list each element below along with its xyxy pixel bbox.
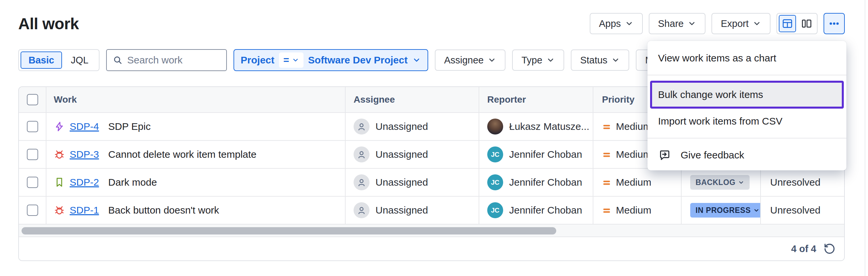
menu-divider: [647, 75, 846, 75]
unassigned-avatar: [353, 146, 370, 162]
reporter-name: Jennifer Choban: [509, 149, 582, 160]
search-input[interactable]: [127, 54, 210, 66]
work-item-key-link[interactable]: SDP-4: [70, 121, 99, 132]
work-header-label: Work: [54, 94, 77, 105]
apps-button[interactable]: Apps: [590, 13, 643, 34]
person-icon: [356, 121, 367, 132]
epic-icon: [54, 121, 65, 132]
status-cell: BACKLOG: [682, 169, 761, 196]
project-filter-operator[interactable]: =: [279, 53, 304, 68]
operator-label: =: [283, 54, 289, 66]
work-cell: SDP-2 Dark mode: [46, 169, 346, 196]
work-item-summary: Back button doesn't work: [108, 204, 219, 216]
work-type-icon: [54, 177, 65, 188]
right-edge-divider: [865, 0, 865, 276]
feedback-bubble-icon: [658, 148, 671, 162]
refresh-icon[interactable]: [824, 243, 836, 255]
row-checkbox[interactable]: [27, 149, 38, 160]
priority-cell: Medium: [593, 169, 682, 196]
row-checkbox[interactable]: [27, 177, 38, 188]
status-badge-label: BACKLOG: [695, 178, 735, 187]
chevron-down-icon: [611, 56, 620, 64]
resolution-cell: Unresolved: [761, 197, 844, 224]
person-icon: [356, 177, 367, 187]
reporter-cell: JC Jennifer Choban: [479, 169, 593, 196]
work-column-header[interactable]: Work: [46, 87, 346, 112]
row-checkbox[interactable]: [27, 121, 38, 132]
resolution-label: Unresolved: [770, 177, 820, 188]
chevron-down-icon: [738, 180, 744, 186]
horizontal-scrollbar-track: [19, 224, 844, 237]
export-button[interactable]: Export: [711, 13, 771, 34]
bug-icon: [54, 149, 65, 160]
type-filter-label: Type: [521, 55, 542, 66]
menu-item-import-csv[interactable]: Import work items from CSV: [647, 110, 846, 133]
assignee-name: Unassigned: [375, 149, 428, 160]
work-item-key-link[interactable]: SDP-2: [70, 177, 99, 188]
status-filter-label: Status: [580, 55, 607, 66]
reporter-column-header[interactable]: Reporter: [479, 87, 593, 112]
chevron-down-icon: [292, 56, 299, 64]
row-select-cell: [19, 141, 46, 168]
row-select-cell: [19, 169, 46, 196]
share-button[interactable]: Share: [649, 13, 706, 34]
chevron-down-icon: [752, 19, 761, 28]
horizontal-scrollbar-thumb[interactable]: [22, 227, 556, 234]
work-item-key-link[interactable]: SDP-3: [70, 149, 99, 160]
assignee-cell: Unassigned: [346, 113, 479, 140]
table-footer: 4 of 4: [19, 237, 844, 260]
row-checkbox[interactable]: [27, 204, 38, 216]
type-filter-button[interactable]: Type: [512, 50, 564, 71]
work-cell: SDP-4 SDP Epic: [46, 113, 346, 140]
search-icon: [113, 55, 123, 65]
export-button-label: Export: [721, 18, 749, 29]
work-type-icon: [54, 149, 65, 160]
basic-mode-button[interactable]: Basic: [21, 52, 62, 69]
reporter-cell: JC Jennifer Choban: [479, 141, 593, 168]
story-icon: [54, 177, 65, 188]
work-item-key-link[interactable]: SDP-1: [70, 204, 99, 216]
work-type-icon: [54, 204, 65, 216]
give-feedback-label: Give feedback: [681, 149, 744, 161]
table-row: SDP-1 Back button doesn't work Unassigne…: [19, 197, 844, 224]
row-select-cell: [19, 113, 46, 140]
detail-view-toggle[interactable]: [798, 15, 815, 32]
item-count: 4 of 4: [791, 244, 816, 254]
unassigned-avatar: [353, 202, 370, 218]
status-cell: IN PROGRESS: [682, 197, 761, 224]
resolution-cell: Unresolved: [761, 169, 844, 196]
menu-item-view-chart[interactable]: View work items as a chart: [647, 47, 846, 70]
priority-medium-icon: [602, 178, 611, 187]
unassigned-avatar: [353, 118, 370, 135]
view-toggle-group: [776, 13, 817, 34]
more-actions-button[interactable]: [824, 13, 845, 34]
menu-divider: [647, 138, 846, 138]
header-actions: Apps Share Export: [590, 13, 845, 34]
status-badge[interactable]: BACKLOG: [690, 175, 750, 190]
status-badge-label: IN PROGRESS: [695, 206, 751, 215]
menu-item-give-feedback[interactable]: Give feedback: [647, 144, 846, 166]
project-filter-chip[interactable]: Project = Software Dev Project: [234, 49, 428, 71]
share-button-label: Share: [658, 18, 684, 29]
jql-mode-button[interactable]: JQL: [62, 55, 97, 66]
work-cell: SDP-1 Back button doesn't work: [46, 197, 346, 224]
assignee-filter-button[interactable]: Assignee: [435, 50, 505, 71]
priority-medium-icon: [602, 205, 611, 215]
status-filter-button[interactable]: Status: [571, 50, 629, 71]
search-mode-toggle: Basic JQL: [18, 49, 99, 71]
table-view-icon: [782, 18, 793, 29]
menu-item-bulk-change[interactable]: Bulk change work items: [650, 81, 844, 109]
reporter-avatar: JC: [487, 202, 503, 218]
assignee-header-label: Assignee: [353, 94, 395, 105]
assignee-column-header[interactable]: Assignee: [346, 87, 479, 112]
select-all-checkbox[interactable]: [27, 94, 38, 105]
reporter-cell: JC Jennifer Choban: [479, 197, 593, 224]
more-actions-menu: View work items as a chart Bulk change w…: [647, 41, 846, 170]
chevron-down-icon: [546, 56, 555, 64]
table-view-toggle[interactable]: [779, 15, 796, 32]
project-filter-value: Software Dev Project: [308, 54, 408, 66]
status-badge[interactable]: IN PROGRESS: [690, 203, 761, 218]
work-cell: SDP-3 Cannot delete work item template: [46, 141, 346, 168]
assignee-cell: Unassigned: [346, 169, 479, 196]
priority-cell: Medium: [593, 197, 682, 224]
